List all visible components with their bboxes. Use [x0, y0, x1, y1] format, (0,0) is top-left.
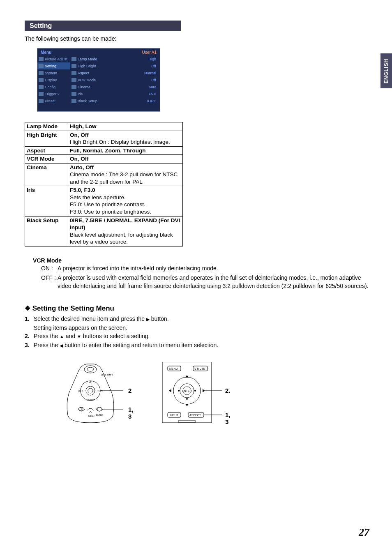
vcr-mode-notes: VCR Mode ON : A projector is forced into… — [33, 257, 371, 290]
diagram1-label-13: 1, 3 — [128, 406, 134, 420]
svg-point-1 — [87, 367, 94, 371]
settings-table: Lamp ModeHigh, LowHigh BrightOn, OffHigh… — [25, 122, 183, 246]
osd-right-item: AspectNormal — [70, 69, 157, 76]
table-row: AspectFull, Normal, Zoom, Through — [25, 146, 183, 155]
osd-right-item: High BrightOff — [70, 62, 157, 69]
page-number: 27 — [359, 526, 369, 539]
osd-right-item: Black Setup0 IRE — [70, 97, 157, 104]
osd-left-item: Display — [37, 76, 70, 83]
remote-diagram: MENU V-MUTE ENTER INPUT — [160, 362, 226, 424]
svg-text:LENS SHIFT: LENS SHIFT — [101, 373, 113, 376]
diagram1-label-2: 2 — [128, 387, 131, 394]
osd-right-item: VCR ModeOff — [70, 76, 157, 83]
step-subtext: Setting items appears on the screen. — [34, 325, 371, 331]
osd-user-label: User A1 — [142, 50, 157, 55]
svg-text:ENTER: ENTER — [96, 414, 103, 416]
diagram2-label-2: 2. — [225, 387, 231, 394]
table-row: IrisF5.0, F3.0Sets the lens aperture.F5.… — [25, 186, 183, 216]
osd-left-item: Picture Adjust — [37, 55, 70, 62]
svg-text:DOWN: DOWN — [87, 398, 94, 401]
step-item: 1.Select the desired menu item and press… — [25, 315, 371, 323]
svg-point-25 — [194, 390, 196, 391]
vcr-off-desc: A projector is used with external field … — [58, 274, 371, 290]
projector-top-diagram: LENS SHIFT UP LEFT RIGHT DOWN MENU — [53, 362, 127, 424]
menu-btn-label: MENU — [169, 367, 178, 370]
step-item: 2.Press the ▲ and ▼ buttons to select a … — [25, 332, 371, 341]
vcr-mode-title: VCR Mode — [33, 257, 371, 265]
osd-left-item: Config — [37, 83, 70, 90]
diagram2-label-13: 1, 3 — [225, 411, 231, 425]
vmute-btn-label: V-MUTE — [194, 367, 205, 370]
enter-btn-label: ENTER — [182, 389, 192, 392]
osd-left-item: Trigger 2 — [37, 90, 70, 97]
svg-point-24 — [178, 390, 180, 391]
subsection-title: ❖ Setting the Setting Menu — [25, 304, 371, 313]
svg-point-0 — [84, 366, 97, 373]
table-row: Lamp ModeHigh, Low — [25, 122, 183, 131]
vcr-on-label: ON : — [33, 265, 58, 273]
osd-left-item: Preset — [37, 97, 70, 104]
language-tab: ENGLISH — [380, 53, 392, 88]
osd-menu-label: Menu — [41, 50, 51, 55]
aspect-btn-label: ASPECT — [189, 414, 201, 417]
table-row: Black Setup0IRE, 7.5IRE / NORMAL, EXPAND… — [25, 216, 183, 246]
osd-left-item: System — [37, 69, 70, 76]
steps-list: 1.Select the desired menu item and press… — [25, 315, 371, 350]
osd-right-item: IrisF5.0 — [70, 90, 157, 97]
svg-text:MENU: MENU — [88, 415, 95, 417]
vcr-on-desc: A projector is forced into the intra-fie… — [58, 265, 371, 273]
svg-point-23 — [186, 398, 188, 400]
table-row: CinemaAuto, OffCinema mode : The 3-2 pul… — [25, 163, 183, 186]
table-row: VCR ModeOn, Off — [25, 155, 183, 164]
svg-rect-30 — [179, 420, 195, 423]
control-diagrams: LENS SHIFT UP LEFT RIGHT DOWN MENU — [53, 362, 371, 425]
osd-left-item: Setting — [37, 62, 70, 69]
section-title: Setting — [25, 21, 181, 31]
step-item: 3.Press the ◀ button to enter the settin… — [25, 341, 371, 350]
svg-point-14 — [97, 407, 101, 411]
vcr-off-label: OFF : — [33, 274, 58, 290]
svg-text:LEFT: LEFT — [78, 389, 83, 392]
intro-text: The following settings can be made: — [25, 35, 371, 42]
osd-right-item: CinemaAuto — [70, 83, 157, 90]
osd-right-item: Lamp ModeHigh — [70, 55, 157, 62]
svg-point-4 — [86, 386, 95, 395]
table-row: High BrightOn, OffHigh Bright On : Displ… — [25, 131, 183, 146]
input-btn-label: INPUT — [170, 414, 179, 417]
svg-point-5 — [88, 388, 93, 393]
svg-text:UP: UP — [89, 381, 92, 383]
osd-menu-screenshot: Menu User A1 Picture AdjustSettingSystem… — [37, 48, 160, 112]
